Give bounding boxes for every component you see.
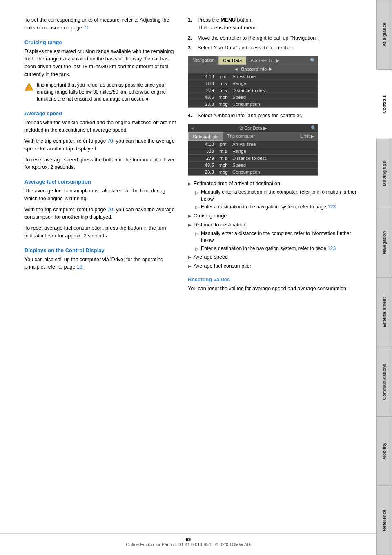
sub-bullet-1: ▷ Manually enter a destination in the co… — [195, 189, 364, 211]
screen-tab-navigation[interactable]: Navigation — [188, 56, 218, 65]
screen2-row-5: 23,0 mpg Consumption — [188, 169, 318, 175]
screen1-val-4: 48,5 — [192, 95, 214, 100]
step-1: 1. Press the MENU button.This opens the … — [188, 16, 364, 32]
screen2-unit-4: mph — [214, 163, 232, 168]
bullet-5-arrow: ▶ — [188, 263, 191, 270]
screen-tab-address[interactable]: Address bo ▶ — [246, 56, 283, 65]
bullet-3-text: Distance to destination: — [194, 221, 247, 228]
average-speed-text3: To reset average speed: press the button… — [24, 156, 180, 172]
sidebar-tabs: At a glance Controls Driving tips Naviga… — [376, 0, 392, 555]
bullet-4-text: Average speed — [194, 253, 228, 261]
average-speed-text2: With the trip computer, refer to page 70… — [24, 137, 180, 153]
bullet-5-text: Average fuel consumption — [194, 262, 252, 270]
sub-bullet-3b: ▷ Enter a destination in the navigation … — [195, 245, 364, 252]
sidebar-tab-controls[interactable]: Controls — [376, 69, 392, 139]
avg-fuel-text3: To reset average fuel consumption: press… — [24, 224, 180, 240]
sub-bullet-1a-text: Manually enter a destination in the comp… — [201, 189, 364, 203]
avg-speed-link1[interactable]: 70 — [107, 138, 113, 144]
bullet-1-arrow: ▶ — [188, 181, 191, 187]
screen-2-tabs: Onboard info Trip computer Limit ▶ — [188, 132, 318, 141]
screen2-tab-limit[interactable]: Limit ▶ — [296, 132, 318, 141]
step-2-num: 2. — [188, 34, 194, 42]
steps-list: 1. Press the MENU button.This opens the … — [188, 16, 364, 52]
bullet-1: ▶ Estimated time of arrival at destinati… — [188, 180, 364, 187]
screen1-label-1: Arrival time — [232, 74, 315, 79]
left-column: To set the corresponding units of measur… — [24, 16, 180, 530]
screen1-row-1: 4:10 pm Arrival time — [188, 73, 318, 80]
sub-bullet-1b-arrow: ▷ — [195, 204, 198, 210]
control-display-text: You can also call up the computer via iD… — [24, 256, 180, 271]
sidebar-tab-ataglance[interactable]: At a glance — [376, 0, 392, 69]
sidebar-tab-drivingtips[interactable]: Driving tips — [376, 139, 392, 208]
bullet-4-arrow: ▶ — [188, 254, 191, 261]
step-2-text: Move the controller to the right to call… — [198, 34, 319, 42]
control-display-link[interactable]: 16 — [77, 264, 82, 270]
sidebar-tab-navigation[interactable]: Navigation — [376, 208, 392, 278]
screen1-unit-1: pm — [214, 74, 232, 79]
link-123a[interactable]: 123 — [327, 204, 336, 210]
screen1-val-5: 23,0 — [192, 102, 214, 107]
screen2-tab-onboard[interactable]: Onboard info — [188, 132, 223, 141]
screen2-val-5: 23,0 — [192, 170, 214, 175]
intro-text: To set the corresponding units of measur… — [24, 16, 180, 32]
section-control-display-heading: Displays on the Control Display — [24, 247, 180, 253]
right-column: 1. Press the MENU button.This opens the … — [188, 16, 364, 530]
bullet-5: ▶ Average fuel consumption — [188, 262, 364, 270]
screen2-val-4: 48,5 — [192, 163, 214, 168]
sub-bullet-3a: ▷ Manually enter a distance in the compu… — [195, 230, 364, 244]
section-cruising-range-heading: Cruising range — [24, 39, 180, 45]
screen2-label-3: Distance to dest. — [232, 156, 315, 161]
sidebar-tab-entertainment[interactable]: Entertainment — [376, 278, 392, 347]
screen2-val-3: 279 — [192, 156, 214, 161]
step-1-text: Press the MENU button.This opens the sta… — [198, 16, 258, 32]
screen1-label-3: Distance to dest. — [232, 88, 315, 93]
screen1-row-2: 330 mls Range — [188, 80, 318, 87]
step-3-text: Select "Car Data" and press the controll… — [198, 44, 293, 52]
screen-tab-search[interactable]: 🔍 — [307, 56, 318, 65]
screen2-label-4: Speed — [232, 163, 315, 168]
svg-text:!: ! — [28, 84, 30, 90]
link-123b[interactable]: 123 — [327, 246, 336, 251]
sub-bullet-3a-text: Manually enter a distance in the compute… — [201, 230, 364, 244]
avg-fuel-link1[interactable]: 70 — [107, 207, 113, 213]
screen-tab-cardata[interactable]: Car Data — [218, 56, 246, 65]
screen-2-title: 🖥 Car Data ▶ — [238, 124, 267, 132]
cruising-range-text: Displays the estimated cruising range av… — [24, 48, 180, 78]
resetting-text: You can reset the values for average spe… — [188, 285, 364, 293]
step-4-num: 4. — [188, 112, 194, 120]
bullet-3: ▶ Distance to destination: — [188, 221, 364, 228]
screen2-tab-trip[interactable]: Trip computer — [223, 132, 259, 141]
bullet-1-text: Estimated time of arrival at destination… — [194, 180, 281, 187]
main-content: To set the corresponding units of measur… — [0, 0, 376, 555]
sub-bullet-3a-arrow: ▷ — [195, 231, 198, 244]
screen2-unit-2: mls — [214, 149, 232, 154]
intro-link[interactable]: 71 — [84, 25, 89, 31]
sub-bullet-1a: ▷ Manually enter a destination in the co… — [195, 189, 364, 203]
screen2-val-1: 4:10 — [192, 142, 214, 147]
screen2-row-2: 330 mls Range — [188, 148, 318, 155]
screen1-label-5: Consumption — [232, 102, 315, 107]
screen1-label-4: Speed — [232, 95, 315, 100]
screen1-row-5: 23,0 mpg Consumption — [188, 101, 318, 107]
step-4-text: Select "Onboard info" and press the cont… — [198, 112, 302, 120]
screen-1-header: Navigation Car Data Address bo ▶ 🔍 — [188, 56, 318, 65]
screen2-label-2: Range — [232, 149, 315, 154]
page-footer: 69 Online Edition for Part no. 01 41 0 0… — [0, 533, 376, 547]
screen1-unit-4: mph — [214, 95, 232, 100]
warning-icon: ! — [24, 83, 33, 92]
sub-bullet-1b-text: Enter a destination in the navigation sy… — [201, 204, 336, 210]
screen2-val-2: 330 — [192, 149, 214, 154]
bullet-list: ▶ Estimated time of arrival at destinati… — [188, 180, 364, 270]
screen1-val-2: 330 — [192, 81, 214, 86]
screen2-row-3: 279 mls Distance to dest. — [188, 155, 318, 162]
sub-bullet-1a-arrow: ▷ — [195, 190, 198, 203]
average-speed-text1: Periods with the vehicle parked and the … — [24, 119, 180, 134]
screen-1-subheader: ◄ ◄ Onboard info ▶ Onboard info ▶ — [188, 65, 318, 73]
sidebar-tab-mobility[interactable]: Mobility — [376, 416, 392, 486]
screen2-row-4: 48,5 mph Speed — [188, 162, 318, 169]
bullet-3-arrow: ▶ — [188, 222, 191, 228]
sidebar-tab-reference[interactable]: Reference — [376, 486, 392, 555]
screen1-row-4: 48,5 mph Speed — [188, 94, 318, 101]
screen2-row-1: 4:10 pm Arrival time — [188, 141, 318, 148]
sidebar-tab-communications[interactable]: Communications — [376, 347, 392, 416]
